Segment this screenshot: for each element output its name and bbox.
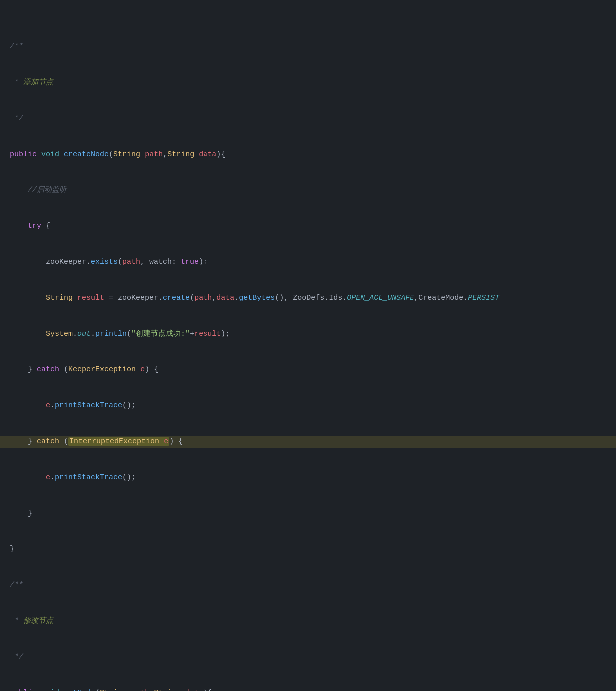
line-19: public void setNode(String path,String d… (0, 687, 616, 691)
line-4: public void createNode(String path,Strin… (0, 149, 616, 161)
line-7: zooKeeper.exists(path, watch: true); (0, 256, 616, 268)
line-10: } catch (KeeperException e) { (0, 364, 616, 376)
line-12: } catch (InterruptedException e) { (0, 436, 616, 448)
line-18: */ (0, 651, 616, 663)
line-3: */ (0, 113, 616, 125)
line-1: /** (0, 41, 616, 53)
line-13: e.printStackTrace(); (0, 472, 616, 484)
code-editor: /** * 添加节点 */ public void createNode(Str… (0, 0, 616, 691)
line-6: try { (0, 220, 616, 232)
line-9: System.out.println("创建节点成功:"+result); (0, 328, 616, 340)
line-8: String result = zooKeeper.create(path,da… (0, 292, 616, 304)
line-15: } (0, 543, 616, 555)
line-17: * 修改节点 (0, 615, 616, 627)
line-16: /** (0, 579, 616, 591)
line-5: //启动监听 (0, 184, 616, 196)
line-14: } (0, 508, 616, 519)
line-11: e.printStackTrace(); (0, 400, 616, 412)
line-2: * 添加节点 (0, 77, 616, 89)
